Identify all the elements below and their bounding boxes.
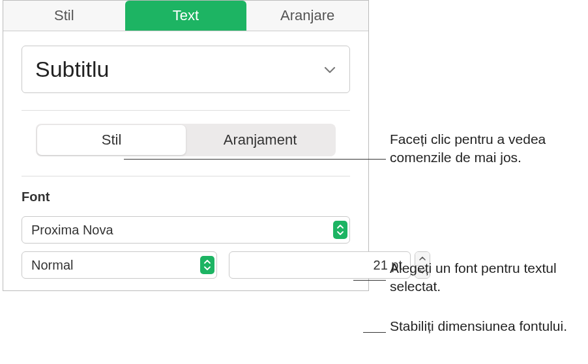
font-weight-select[interactable]: Normal (22, 251, 217, 279)
font-weight-value: Normal (31, 258, 73, 273)
panel-content: Subtitlu Stil Aranjament Font Proxima No… (3, 31, 368, 290)
callout-font: Alegeți un font pentru textul selectat. (390, 259, 579, 296)
font-row-2: Normal (22, 251, 350, 279)
paragraph-style-label: Subtitlu (35, 57, 109, 82)
format-panel: Stil Text Aranjare Subtitlu Stil Aranjam… (3, 0, 369, 291)
updown-icon (200, 256, 214, 274)
font-section-label: Font (22, 189, 350, 204)
callout-line (353, 280, 386, 281)
font-size-input[interactable] (229, 251, 411, 279)
callout-stil: Faceți clic pentru a vedea comenzile de … (390, 130, 572, 167)
seg-stil[interactable]: Stil (37, 125, 186, 155)
segmented-control: Stil Aranjament (36, 124, 336, 156)
updown-icon (333, 221, 347, 239)
seg-aranjament[interactable]: Aranjament (186, 125, 334, 155)
font-family-select[interactable]: Proxima Nova (22, 216, 350, 244)
paragraph-style-dropdown[interactable]: Subtitlu (22, 46, 350, 93)
divider (22, 110, 350, 111)
chevron-down-icon (323, 65, 336, 74)
callout-line (363, 332, 386, 333)
font-family-value: Proxima Nova (31, 223, 113, 238)
tab-stil[interactable]: Stil (3, 1, 125, 31)
divider (22, 176, 350, 176)
tab-text[interactable]: Text (125, 1, 247, 31)
callout-line (124, 159, 386, 160)
tab-aranjare[interactable]: Aranjare (246, 1, 368, 31)
top-tabs: Stil Text Aranjare (3, 1, 368, 31)
callout-size: Stabiliți dimensiunea fontului. (390, 317, 579, 335)
